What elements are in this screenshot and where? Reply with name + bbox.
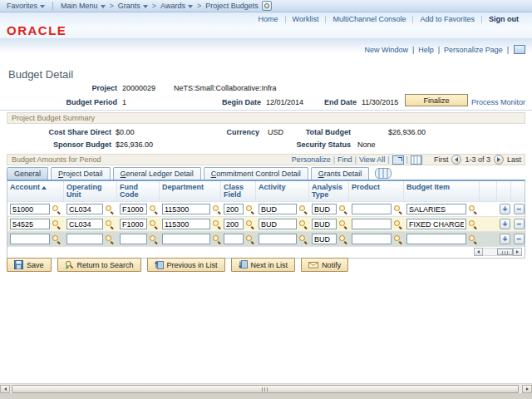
notify-button[interactable]: Notify bbox=[301, 258, 348, 272]
analysis-type-input[interactable] bbox=[312, 234, 337, 244]
tab-grants-detail[interactable]: Grants Detail bbox=[311, 167, 370, 180]
find-link[interactable]: Find bbox=[337, 155, 352, 164]
analysis-type-input[interactable] bbox=[312, 219, 337, 229]
lookup-icon[interactable] bbox=[298, 234, 308, 244]
personalize-page-link[interactable]: Personalize Page bbox=[444, 46, 503, 54]
operating-unit-input[interactable] bbox=[66, 234, 103, 244]
department-input[interactable] bbox=[162, 219, 210, 229]
tab-general-ledger-detail[interactable]: General Ledger Detail bbox=[113, 167, 201, 180]
next-page-button[interactable] bbox=[494, 155, 504, 165]
scroll-left-button[interactable] bbox=[0, 385, 10, 393]
scrollbar-thumb[interactable] bbox=[497, 249, 513, 255]
previous-in-list-button[interactable]: Previous in List bbox=[147, 258, 225, 272]
lookup-icon[interactable] bbox=[212, 234, 221, 244]
view-all-link[interactable]: View All bbox=[359, 155, 385, 164]
column-header-account[interactable]: Account bbox=[7, 181, 64, 201]
main-menu[interactable]: Main Menu bbox=[61, 2, 106, 10]
budget-item-input[interactable] bbox=[406, 234, 466, 244]
fund-code-input[interactable] bbox=[120, 234, 147, 244]
scroll-right-button[interactable] bbox=[522, 385, 532, 393]
lookup-icon[interactable] bbox=[468, 234, 477, 244]
product-input[interactable] bbox=[352, 219, 392, 229]
account-input[interactable] bbox=[10, 234, 50, 244]
lookup-icon[interactable] bbox=[245, 204, 254, 214]
lookup-icon[interactable] bbox=[105, 234, 114, 244]
tab-commitment-control-detail[interactable]: Commitment Control Detail bbox=[204, 167, 308, 180]
scrollbar-track[interactable] bbox=[483, 248, 513, 256]
tab-general[interactable]: General bbox=[7, 167, 48, 180]
lookup-icon[interactable] bbox=[52, 219, 61, 229]
lookup-icon[interactable] bbox=[149, 204, 158, 214]
lookup-icon[interactable] bbox=[393, 204, 402, 214]
account-input[interactable] bbox=[10, 204, 50, 214]
column-header-activity[interactable]: Activity bbox=[256, 181, 309, 201]
lookup-icon[interactable] bbox=[245, 234, 254, 244]
sign-out-link[interactable]: Sign out bbox=[489, 15, 519, 23]
lookup-icon[interactable] bbox=[105, 219, 114, 229]
column-header-department[interactable]: Department bbox=[160, 181, 221, 201]
scrollbar-thumb[interactable] bbox=[12, 385, 519, 393]
delete-row-button[interactable]: − bbox=[514, 204, 525, 214]
lookup-icon[interactable] bbox=[52, 234, 61, 244]
window-horizontal-scrollbar[interactable] bbox=[0, 383, 532, 393]
help-link[interactable]: Help bbox=[418, 46, 434, 54]
class-field-input[interactable] bbox=[224, 234, 244, 244]
budget-item-input[interactable] bbox=[406, 219, 466, 229]
add-row-button[interactable]: + bbox=[500, 234, 510, 244]
next-in-list-button[interactable]: Next in List bbox=[231, 258, 296, 272]
zoom-popup-icon[interactable] bbox=[392, 155, 404, 165]
process-monitor-link[interactable]: Process Monitor bbox=[471, 98, 525, 106]
department-input[interactable] bbox=[162, 204, 210, 214]
worklist-link[interactable]: Worklist bbox=[293, 15, 319, 23]
add-row-button[interactable]: + bbox=[500, 204, 510, 214]
download-grid-icon[interactable] bbox=[411, 155, 422, 165]
lookup-icon[interactable] bbox=[338, 234, 347, 244]
column-header-analysis-type[interactable]: Analysis Type bbox=[309, 181, 349, 201]
breadcrumb-grants[interactable]: Grants bbox=[118, 2, 148, 10]
lookup-icon[interactable] bbox=[298, 219, 308, 229]
column-header-operating-unit[interactable]: Operating Unit bbox=[64, 181, 117, 201]
scroll-right-button[interactable] bbox=[513, 248, 522, 256]
http-window-icon[interactable] bbox=[514, 45, 525, 54]
return-to-search-button[interactable]: Return to Search bbox=[57, 258, 141, 272]
add-to-favorites-link[interactable]: Add to Favorites bbox=[420, 15, 475, 23]
column-header-class-field[interactable]: Class Field bbox=[221, 181, 256, 201]
budget-item-input[interactable] bbox=[406, 204, 466, 214]
fund-code-input[interactable] bbox=[120, 204, 147, 214]
fund-code-input[interactable] bbox=[120, 219, 147, 229]
class-field-input[interactable] bbox=[224, 204, 244, 214]
class-field-input[interactable] bbox=[224, 219, 244, 229]
tab-project-detail[interactable]: Project Detail bbox=[51, 167, 111, 180]
account-input[interactable] bbox=[10, 219, 50, 229]
lookup-icon[interactable] bbox=[52, 204, 61, 214]
lookup-icon[interactable] bbox=[149, 219, 158, 229]
delete-row-button[interactable]: − bbox=[514, 234, 525, 244]
breadcrumb-awards[interactable]: Awards bbox=[160, 2, 193, 10]
lookup-icon[interactable] bbox=[105, 204, 114, 214]
lookup-icon[interactable] bbox=[338, 219, 347, 229]
operating-unit-input[interactable] bbox=[66, 219, 103, 229]
lookup-icon[interactable] bbox=[298, 204, 308, 214]
lookup-icon[interactable] bbox=[149, 234, 158, 244]
product-input[interactable] bbox=[352, 234, 392, 244]
scroll-left-button[interactable] bbox=[474, 248, 483, 256]
lookup-icon[interactable] bbox=[212, 204, 221, 214]
column-header-budget-item[interactable]: Budget Item bbox=[404, 181, 480, 201]
activity-input[interactable] bbox=[259, 204, 297, 214]
finalize-button[interactable]: Finalize bbox=[405, 94, 468, 106]
column-header-product[interactable]: Product bbox=[349, 181, 404, 201]
favorites-menu[interactable]: Favorites bbox=[7, 2, 45, 10]
product-input[interactable] bbox=[352, 204, 392, 214]
delete-row-button[interactable]: − bbox=[514, 219, 525, 229]
show-all-columns-icon[interactable] bbox=[375, 168, 392, 179]
page-search-icon[interactable] bbox=[262, 1, 272, 11]
personalize-link[interactable]: Personalize bbox=[292, 155, 331, 164]
lookup-icon[interactable] bbox=[393, 219, 402, 229]
lookup-icon[interactable] bbox=[393, 234, 402, 244]
department-input[interactable] bbox=[162, 234, 210, 244]
multichannel-console-link[interactable]: MultiChannel Console bbox=[332, 15, 406, 23]
analysis-type-input[interactable] bbox=[312, 204, 337, 214]
lookup-icon[interactable] bbox=[212, 219, 221, 229]
operating-unit-input[interactable] bbox=[66, 204, 103, 214]
lookup-icon[interactable] bbox=[338, 204, 347, 214]
